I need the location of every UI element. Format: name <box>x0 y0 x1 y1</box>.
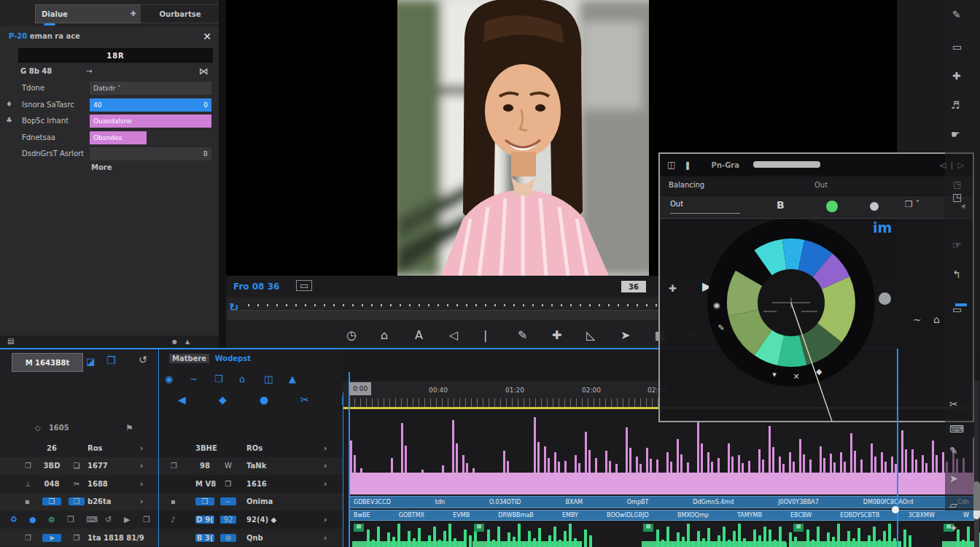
chevron-right-icon[interactable]: › <box>140 443 143 453</box>
effect-row-field[interactable]: 400 <box>90 98 211 112</box>
project-menu-icon-0[interactable]: ♻ <box>10 515 18 524</box>
track-header-c1[interactable]: 98 <box>195 462 214 470</box>
right-tool-icon-13[interactable]: ✎ <box>949 445 958 457</box>
green-audio-clip-1[interactable]: ▤ <box>472 522 580 547</box>
chevron-right-icon[interactable]: › <box>140 479 143 489</box>
route-source[interactable]: G 8b 48 <box>20 67 52 75</box>
project-menu-c1[interactable]: 048 <box>42 480 61 488</box>
tl-tool-icon-2[interactable]: ● <box>260 394 268 406</box>
tl-header-icon-4[interactable]: ◫ <box>264 373 273 384</box>
video-clip-row-1[interactable]: GDBEV3CCDtdnO.034OTIDBXAMOmpBTDdGmnS.4md… <box>349 496 974 508</box>
track-header-c2[interactable]: ⊜ <box>220 534 236 542</box>
right-tool-icon-2[interactable]: ✚ <box>952 70 961 82</box>
track-header-row-2[interactable]: M V8❒1616› <box>159 475 343 492</box>
project-menu-row-3[interactable]: ▪❒❒b26ta› <box>0 493 159 511</box>
undo-icon[interactable]: ↺ <box>139 354 147 365</box>
transport-icon-4[interactable]: | <box>483 328 487 342</box>
project-menu-c2[interactable]: ❏ <box>69 462 85 470</box>
project-menu-row-4[interactable]: ♻●⊜❒⌨↺▶❐ <box>0 511 159 528</box>
add-icon[interactable]: ✚ <box>131 10 136 18</box>
track-header-row-3[interactable]: ▪❒∼Onima <box>159 493 343 511</box>
chevron-right-icon[interactable]: › <box>324 515 327 524</box>
playhead[interactable] <box>349 372 350 547</box>
project-menu-icon-4[interactable]: ⌨ <box>86 515 98 524</box>
transport-icon-0[interactable]: ◷ <box>346 328 357 342</box>
track-header-row-5[interactable]: B 3(⊜Qnb› <box>159 529 343 546</box>
chevron-right-icon[interactable]: › <box>324 533 327 543</box>
transport-icon-8[interactable]: ➤ <box>621 328 630 342</box>
tl-header-icon-3[interactable]: ⌂ <box>239 373 245 384</box>
track-header-c1[interactable]: ❒ <box>195 497 214 505</box>
transport-icon-1[interactable]: ⌂ <box>381 328 388 342</box>
route-swap-icon[interactable]: ⋈ <box>199 66 209 77</box>
track-header-c1[interactable]: 3BHE <box>195 444 217 452</box>
transport-icon-2[interactable]: A <box>415 328 423 342</box>
project-menu-c2[interactable]: ❒ <box>69 534 85 542</box>
project-menu-c2[interactable]: ❒ <box>69 497 85 505</box>
project-menu-row-2[interactable]: ⊥048✂1688› <box>0 475 159 492</box>
project-menu-row-0[interactable]: 26Ros› <box>0 439 159 457</box>
right-tool-icon-10[interactable]: ⌂ <box>933 314 940 325</box>
bar-icon[interactable]: ❚ <box>684 161 691 169</box>
frame-fit-icon[interactable]: ▭ <box>296 280 312 291</box>
tab-dialogue[interactable]: Dialue ✚ <box>35 4 143 23</box>
audio-clip-pink[interactable] <box>349 473 974 494</box>
right-tool-icon-5[interactable]: ◳ <box>952 191 962 203</box>
transport-icon-3[interactable]: ◁ <box>449 328 458 342</box>
project-menu-icon-5[interactable]: ↺ <box>105 515 112 524</box>
chevron-right-icon[interactable]: › <box>324 461 327 470</box>
right-tool-icon-3[interactable]: ♬ <box>951 99 960 111</box>
tl-tool-icon-1[interactable]: ◆ <box>219 394 227 406</box>
green-audio-clip-2[interactable]: ▤ <box>642 522 786 547</box>
book-icon[interactable]: ❒ <box>106 354 116 366</box>
apply-button[interactable]: 18R <box>18 48 213 63</box>
project-menu-row-1[interactable]: ❒3BD❏1677› <box>0 457 159 475</box>
transport-icon-7[interactable]: ◺ <box>586 328 595 342</box>
project-menu-icon-3[interactable]: ❒ <box>67 515 74 524</box>
zoom-value-box[interactable]: 36 <box>621 281 646 292</box>
project-menu-c1[interactable]: ❒ <box>42 497 61 505</box>
right-tool-icon-11[interactable]: ✂ <box>949 398 958 410</box>
grid-icon[interactable]: ◫ <box>667 160 675 169</box>
triangle-icon[interactable]: ▲ <box>185 338 190 345</box>
tl-tool-icon-3[interactable]: ✂ <box>300 394 309 406</box>
track-header-row-0[interactable]: 3BHEROs› <box>159 439 343 457</box>
track-header-c2[interactable]: ❒ <box>220 480 236 488</box>
color-wheel[interactable]: ◆✕▾✎◉ <box>660 171 922 424</box>
dot-icon[interactable]: ● <box>172 338 177 345</box>
effect-row-field[interactable]: B <box>90 147 211 160</box>
track-header-row-1[interactable]: ❒98WTaNk› <box>159 457 343 475</box>
right-tool-icon-14[interactable]: ➤ <box>949 473 958 484</box>
right-tool-icon-1[interactable]: ▭ <box>952 41 962 53</box>
wheel-ring-icon[interactable]: ◆ <box>816 367 822 376</box>
effect-row-field[interactable]: Ouasdalsne <box>90 115 211 128</box>
wheel-ring-icon[interactable]: ▾ <box>772 370 777 379</box>
chevron-right-icon[interactable]: › <box>324 443 327 453</box>
wheel-ring-icon[interactable]: ✎ <box>718 323 725 333</box>
effect-row-field[interactable]: Datsdr ˅ <box>90 82 211 95</box>
green-audio-clip-0[interactable]: ▤ <box>352 522 467 547</box>
video-clip-row-2[interactable]: BwBEGOBTMXEVMBDRWBBmaBEMBYBOOwIDLGBJDBMX… <box>349 510 974 521</box>
tl-header-icon-1[interactable]: ∼ <box>190 373 198 384</box>
chevron-right-icon[interactable]: › <box>324 479 327 489</box>
sequence-name[interactable]: Matbere <box>169 354 209 363</box>
track-header-row-4[interactable]: ♪D 9(9292(4) ◆› <box>159 511 343 528</box>
close-icon[interactable]: ✕ <box>203 31 211 42</box>
right-tool-icon-12[interactable]: ⌨ <box>949 423 964 435</box>
transport-icon-6[interactable]: ✚ <box>552 328 561 342</box>
right-tool-icon-7[interactable]: ↰ <box>952 268 961 280</box>
chevron-right-icon[interactable]: › <box>140 461 143 470</box>
project-menu-c2[interactable]: ✂ <box>69 480 85 488</box>
project-menu-row-5[interactable]: ❒➤❒1ta 1818 81/9 <box>0 529 159 546</box>
project-menu-c1[interactable]: 26 <box>42 444 61 452</box>
track-header-c2[interactable]: 92 <box>220 516 236 524</box>
project-menu-icon-7[interactable]: ❐ <box>143 515 150 524</box>
project-tab-icon[interactable]: ◪ <box>86 356 95 367</box>
track-header-c2[interactable]: ∼ <box>220 497 236 505</box>
more-link[interactable]: More <box>91 163 112 171</box>
project-tab[interactable]: M 1643B8t <box>12 353 83 372</box>
tl-header-icon-0[interactable]: ◉ <box>165 373 173 384</box>
right-tool-icon-16[interactable]: ✦ <box>949 522 958 534</box>
project-menu-c1[interactable]: ➤ <box>42 534 61 542</box>
track-header-c2[interactable]: W <box>220 462 236 470</box>
